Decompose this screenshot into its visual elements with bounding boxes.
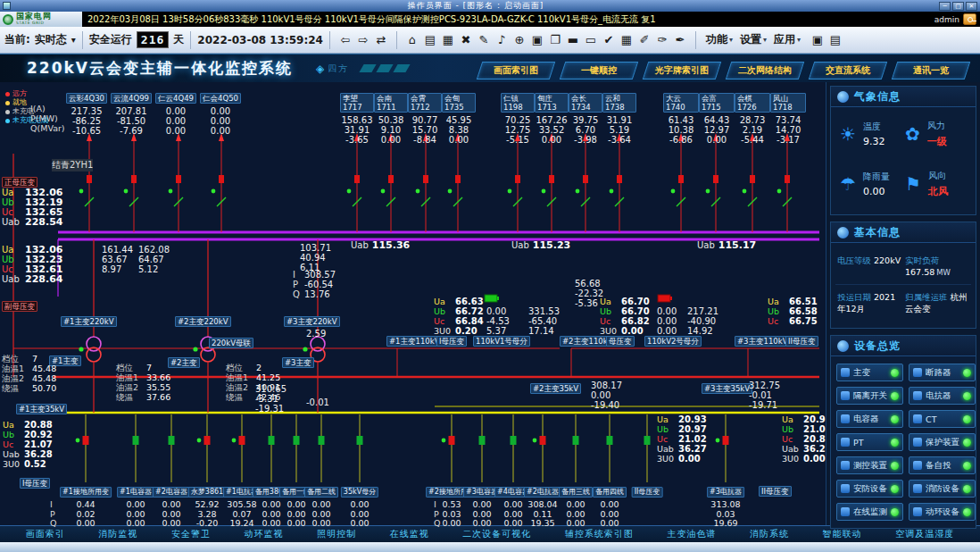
feeder-name-tag[interactable]: 会棋1726 <box>735 93 770 113</box>
tag-bus-coupler[interactable]: 220kV母联 <box>209 338 253 348</box>
tag-t1-35[interactable]: #1主变35kV <box>16 404 67 414</box>
bottom-nav-item[interactable]: 在线监视 <box>390 528 429 540</box>
feeder-name-tag[interactable]: 云流4Q99 <box>111 93 152 104</box>
toolbar-icon[interactable]: ✐ <box>635 31 653 49</box>
tag-t3-110[interactable]: #3主变110kV <box>735 336 791 347</box>
header-tab[interactable]: 一键顺控 <box>560 62 638 79</box>
device-button[interactable]: 电抗器 <box>909 387 976 405</box>
tag-t1-110[interactable]: #1主变110kV <box>386 336 443 347</box>
device-button[interactable]: 消防设备 <box>909 480 976 498</box>
bottom-nav-item[interactable]: 辅控系统索引图 <box>565 528 634 540</box>
toolbar-icon[interactable]: ✒ <box>671 31 689 49</box>
tag-t2[interactable]: #2主变 <box>168 357 200 368</box>
toolbar-menu[interactable]: 功能▾ <box>702 32 736 47</box>
toolbar-tail-icon[interactable]: ▤ <box>826 31 844 49</box>
feeder35-name-tag[interactable]: 备用四线 <box>593 487 627 498</box>
bottom-nav-item[interactable]: 二次设备可视化 <box>462 528 531 540</box>
device-button[interactable]: 备自投 <box>909 456 976 474</box>
toolbar-icon[interactable]: ⌂ <box>403 31 421 49</box>
device-button[interactable]: 安防设备 <box>836 480 903 498</box>
bottom-nav-item[interactable]: 动环监视 <box>245 528 284 540</box>
toolbar-icon[interactable]: ❐ <box>546 31 564 49</box>
bottom-nav-item[interactable]: 空调及温湿度 <box>895 528 954 540</box>
feeder-name-tag[interactable]: 会甸1735 <box>442 93 476 113</box>
maximize-button[interactable]: ▢ <box>952 2 964 11</box>
minimize-button[interactable]: ─ <box>939 2 951 11</box>
toolbar-menu[interactable]: 应用▾ <box>770 32 804 47</box>
toolbar-icon[interactable]: ✑ <box>653 31 671 49</box>
tag-110-bus-tie-1[interactable]: 110kV1号母分 <box>473 336 530 347</box>
device-button[interactable]: CT <box>909 410 976 428</box>
toolbar-icon[interactable]: ▤ <box>421 31 439 49</box>
tag-t1-220[interactable]: #1主变220kV <box>61 316 117 327</box>
feeder-name-tag[interactable]: 凤山1718 <box>770 93 806 113</box>
toolbar-icon[interactable]: ✔ <box>600 31 618 49</box>
device-button[interactable]: 动环设备 <box>909 503 976 521</box>
login-key-button[interactable] <box>963 13 976 25</box>
bottom-nav-item[interactable]: 画面索引 <box>26 528 65 540</box>
toolbar-menu[interactable]: 设置▾ <box>736 32 770 47</box>
tag-vt110-2[interactable]: 母压变 <box>606 336 635 347</box>
close-button[interactable]: ✕ <box>966 2 977 11</box>
device-button[interactable]: 隔离开关 <box>836 387 903 405</box>
tag-vt110-1[interactable]: I母压变 <box>436 336 467 347</box>
mode-select[interactable]: 实时态 <box>35 32 67 47</box>
bottom-nav-item[interactable]: 消防监视 <box>98 528 137 540</box>
tag-t3[interactable]: #3主变 <box>282 357 314 368</box>
toolbar-nav-icon[interactable]: ⇨ <box>354 31 372 49</box>
toolbar-nav-icon[interactable]: ⇄ <box>372 31 390 49</box>
tag-t2-220[interactable]: #2主变220kV <box>175 316 231 327</box>
header-tab[interactable]: 二次网络结构 <box>726 62 804 79</box>
alarm-message[interactable]: 2022年03月08日 13时58分06秒833毫秒 110kV1号母分 110… <box>82 12 931 27</box>
toolbar-icon[interactable]: ⊕ <box>511 31 528 49</box>
feeder-name-tag[interactable]: 仁云4Q49 <box>155 93 196 104</box>
feeder-name-tag[interactable]: 仁镇1198 <box>501 93 535 113</box>
feeder-name-tag[interactable]: 会富1715 <box>699 93 735 113</box>
header-tab[interactable]: 通讯一览 <box>892 62 970 79</box>
feeder-name-tag[interactable]: 云和1738 <box>602 93 636 113</box>
feeder35-name-tag[interactable]: II母压变 <box>632 487 663 498</box>
feeder-name-tag[interactable]: 会霄1712 <box>408 93 442 113</box>
toolbar-icon[interactable]: ♪ <box>493 31 511 49</box>
device-button[interactable]: 在线监测 <box>836 503 903 521</box>
tag-t3-220[interactable]: #3主变220kV <box>284 316 340 327</box>
device-button[interactable]: PT <box>836 433 903 451</box>
tag-jieqing[interactable]: 结青2YH1 <box>52 159 93 171</box>
feeder-name-tag[interactable]: 会南1711 <box>374 93 408 113</box>
toolbar-icon[interactable]: ✖ <box>457 31 475 49</box>
feeder-name-tag[interactable]: 会长1734 <box>569 93 602 113</box>
feeder35-name-tag[interactable]: #3电抗器 <box>707 487 744 498</box>
feeder-name-tag[interactable]: 云彩4Q30 <box>66 93 107 104</box>
bottom-nav-item[interactable]: 安全警卫 <box>171 528 211 540</box>
tag-t2-35[interactable]: #2主变35kV <box>530 383 581 394</box>
feeder35-name-tag[interactable]: 备用三线 <box>559 487 593 498</box>
bottom-nav-item[interactable]: 智能联动 <box>823 528 862 540</box>
feeder-name-tag[interactable]: 甸庄1713 <box>535 93 569 113</box>
header-tab[interactable]: 光字牌索引图 <box>643 62 721 79</box>
tag-aux-bus-vt[interactable]: 副母压变 <box>2 301 37 312</box>
toolbar-tail-icon[interactable]: ▣ <box>809 31 826 49</box>
tag-vt110-3[interactable]: II母压变 <box>785 336 818 347</box>
toolbar-icon[interactable]: ▬ <box>564 31 582 49</box>
header-tab[interactable]: 画面索引图 <box>477 62 555 79</box>
toolbar-icon[interactable]: ▦ <box>618 31 635 49</box>
feeder-name-tag[interactable]: 仁会4Q50 <box>200 93 241 104</box>
tag-110-bus-tie-2[interactable]: 110kV2号母分 <box>644 336 702 347</box>
header-tab[interactable]: 交直流系统 <box>809 62 887 79</box>
toolbar-icon[interactable]: ▣ <box>528 31 546 49</box>
device-button[interactable]: 保护装置 <box>909 433 976 451</box>
bottom-nav-item[interactable]: 主变油色谱 <box>667 528 716 540</box>
feeder-name-tag[interactable]: 李望1717 <box>340 93 374 113</box>
device-button[interactable]: 电容器 <box>836 410 903 428</box>
toolbar-icon[interactable]: ▦ <box>439 31 457 49</box>
device-button[interactable]: 断路器 <box>909 364 976 381</box>
bottom-nav-item[interactable]: 消防系统 <box>750 528 789 540</box>
toolbar-icon[interactable]: ✎ <box>475 31 493 49</box>
device-button[interactable]: 测控装置 <box>836 456 903 474</box>
device-button[interactable]: 主变 <box>836 364 903 381</box>
tag-t3-35[interactable]: #3主变35kV <box>702 383 752 394</box>
feeder-name-tag[interactable]: 大云1740 <box>663 93 699 113</box>
toolbar-nav-icon[interactable]: ⇦ <box>336 31 354 49</box>
feeder35-name-tag[interactable]: #2电抗器 <box>524 487 561 498</box>
bottom-nav-item[interactable]: 照明控制 <box>317 528 356 540</box>
